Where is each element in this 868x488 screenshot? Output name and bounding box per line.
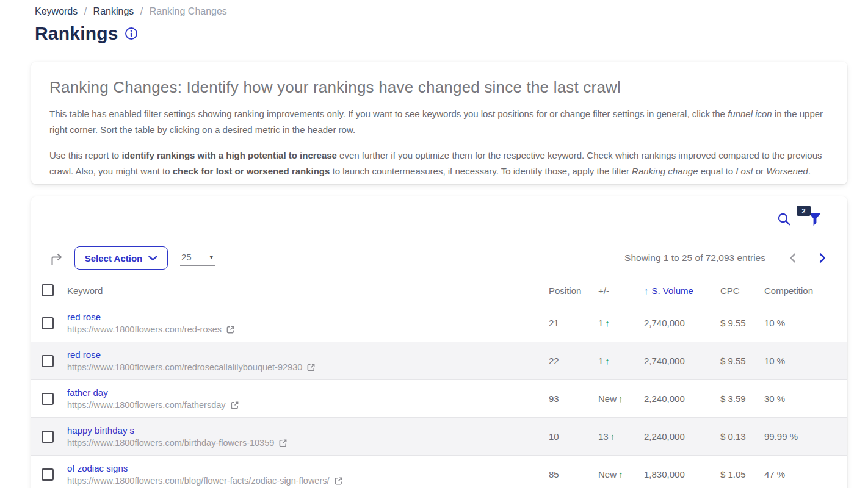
filter-count-badge: 2 <box>797 206 811 216</box>
keyword-link[interactable]: happy birthday s <box>67 425 549 436</box>
cpc-value: $ 9.55 <box>720 318 764 328</box>
keyword-link[interactable]: red rose <box>67 312 549 322</box>
external-link-icon[interactable] <box>306 363 316 372</box>
rank-up-icon: ↑ <box>610 431 615 442</box>
page-title: Rankings <box>35 23 118 44</box>
competition-value: 47 % <box>764 469 847 479</box>
rank-up-icon: ↑ <box>618 393 623 404</box>
row-checkbox[interactable] <box>42 431 54 443</box>
row-checkbox[interactable] <box>42 355 54 367</box>
select-action-button[interactable]: Select Action <box>74 246 168 270</box>
position-value: 10 <box>549 431 598 442</box>
volume-value: 2,240,000 <box>644 393 720 404</box>
table-row: father day https://www.1800flowers.com/f… <box>31 380 847 418</box>
cpc-value: $ 0.13 <box>720 431 764 442</box>
keyword-link[interactable]: of zodiac signs <box>67 463 549 473</box>
breadcrumb-separator: / <box>84 6 87 16</box>
row-checkbox[interactable] <box>42 468 54 481</box>
row-checkbox[interactable] <box>42 393 54 405</box>
table-row: happy birthday s https://www.1800flowers… <box>31 418 847 456</box>
breadcrumb-keywords[interactable]: Keywords <box>35 6 78 16</box>
table-card: 2 Select Action <box>31 196 847 488</box>
table-actions-row: Select Action 25 ▾ Showing 1 to 25 of 72… <box>31 246 847 270</box>
external-link-icon[interactable] <box>230 401 239 410</box>
column-header-competition[interactable]: Competition <box>764 285 847 296</box>
column-header-keyword[interactable]: Keyword <box>67 285 549 296</box>
position-value: 93 <box>549 393 598 404</box>
export-icon[interactable] <box>49 253 64 266</box>
breadcrumb-ranking-changes: Ranking Changes <box>150 6 227 16</box>
cpc-value: $ 1.05 <box>720 469 764 479</box>
keyword-url: https://www.1800flowers.com/redrosecalla… <box>67 362 302 372</box>
keyword-url: https://www.1800flowers.com/birthday-flo… <box>67 438 274 448</box>
table-row: red rose https://www.1800flowers.com/red… <box>31 342 847 380</box>
table-toolbar: 2 <box>31 212 847 233</box>
select-all-checkbox[interactable] <box>42 284 54 296</box>
rank-up-icon: ↑ <box>605 356 610 366</box>
chevron-down-icon <box>148 256 157 261</box>
volume-value: 2,240,000 <box>644 431 720 442</box>
competition-value: 10 % <box>764 318 847 328</box>
volume-value: 2,740,000 <box>644 356 720 366</box>
competition-value: 99.99 % <box>764 431 847 442</box>
volume-value: 2,740,000 <box>644 318 720 328</box>
page-size-select[interactable]: 25 ▾ <box>180 251 215 266</box>
keyword-link[interactable]: father day <box>67 387 549 398</box>
caret-down-icon: ▾ <box>209 254 213 260</box>
showing-entries-text: Showing 1 to 25 of 72,093 entries <box>624 253 765 264</box>
rank-up-icon: ↑ <box>605 318 610 328</box>
column-header-cpc[interactable]: CPC <box>720 285 764 296</box>
breadcrumb-rankings[interactable]: Rankings <box>93 6 134 16</box>
next-page-icon[interactable] <box>817 251 828 265</box>
change-value: New ↑ <box>598 469 644 479</box>
intro-paragraph-1: This table has enabled filter settings s… <box>49 106 829 138</box>
cpc-value: $ 3.59 <box>720 393 764 404</box>
change-value: 1 ↑ <box>598 318 644 328</box>
competition-value: 30 % <box>764 393 847 404</box>
intro-paragraph-2: Use this report to identify rankings wit… <box>49 148 829 180</box>
column-header-volume[interactable]: ↑ S. Volume <box>644 285 720 296</box>
keyword-link[interactable]: red rose <box>67 350 549 360</box>
keyword-url: https://www.1800flowers.com/blog/flower-… <box>67 476 330 486</box>
row-checkbox[interactable] <box>42 317 54 329</box>
table-row: red rose https://www.1800flowers.com/red… <box>31 304 847 342</box>
change-value: 13 ↑ <box>598 431 644 442</box>
rank-up-icon: ↑ <box>618 469 623 479</box>
external-link-icon[interactable] <box>278 439 288 448</box>
intro-heading: Ranking Changes: Identify how your ranki… <box>49 78 829 97</box>
competition-value: 10 % <box>764 356 847 366</box>
previous-page-icon[interactable] <box>787 251 798 265</box>
page: Keywords / Rankings / Ranking Changes Ra… <box>0 0 868 488</box>
position-value: 21 <box>549 318 598 328</box>
change-value: 1 ↑ <box>598 356 644 366</box>
search-icon[interactable] <box>777 212 791 226</box>
cpc-value: $ 9.55 <box>720 356 764 366</box>
info-icon[interactable] <box>125 27 138 40</box>
breadcrumb: Keywords / Rankings / Ranking Changes <box>35 6 227 17</box>
table-row: of zodiac signs https://www.1800flowers.… <box>31 456 847 488</box>
position-value: 85 <box>549 469 598 479</box>
change-value: New ↑ <box>598 393 644 404</box>
column-header-change[interactable]: +/- <box>598 285 644 296</box>
table-header-row: Keyword Position +/- ↑ S. Volume CPC Com… <box>31 277 847 304</box>
external-link-icon[interactable] <box>334 476 343 486</box>
sort-asc-icon: ↑ <box>644 285 649 296</box>
keyword-url: https://www.1800flowers.com/fathersday <box>67 400 226 410</box>
volume-value: 1,830,000 <box>644 469 720 479</box>
pagination <box>787 251 828 265</box>
position-value: 22 <box>549 356 598 366</box>
column-header-position[interactable]: Position <box>549 285 598 296</box>
keyword-url: https://www.1800flowers.com/red-roses <box>67 325 222 334</box>
external-link-icon[interactable] <box>226 325 235 334</box>
breadcrumb-separator: / <box>140 6 143 16</box>
intro-card: Ranking Changes: Identify how your ranki… <box>31 62 847 184</box>
